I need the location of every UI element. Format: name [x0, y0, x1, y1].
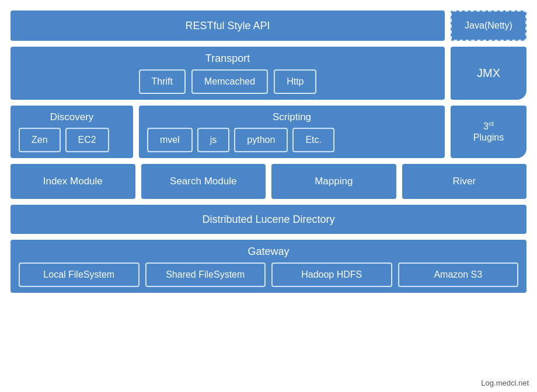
- zen-box: Zen: [19, 128, 61, 152]
- thrift-box: Thrift: [139, 69, 186, 94]
- lucene-label: Distributed Lucene Directory: [202, 214, 334, 226]
- shared-fs-box: Shared FileSystem: [145, 262, 266, 287]
- scripting-label: Scripting: [147, 111, 437, 123]
- local-fs-box: Local FileSystem: [19, 262, 140, 287]
- discovery-box: Discovery Zen EC2: [11, 106, 133, 158]
- transport-items: Thrift Memcached Http: [19, 69, 437, 94]
- plugins-label: 3rdPlugins: [473, 121, 504, 142]
- ec2-box: EC2: [65, 128, 109, 152]
- jmx-box: JMX: [451, 47, 526, 100]
- http-box: Http: [274, 69, 316, 94]
- search-module-label: Search Module: [170, 176, 236, 187]
- scripting-items: mvel js python Etc.: [147, 128, 437, 152]
- transport-box: Transport Thrift Memcached Http: [11, 47, 445, 100]
- transport-row: Transport Thrift Memcached Http JMX: [11, 47, 526, 100]
- restful-api-label: RESTful Style API: [185, 20, 270, 32]
- search-module-box: Search Module: [141, 164, 266, 199]
- mapping-box: Mapping: [271, 164, 396, 199]
- java-netty-label: Java(Netty): [465, 20, 512, 31]
- modules-row: Index Module Search Module Mapping River: [11, 164, 526, 199]
- gateway-box: Gateway Local FileSystem Shared FileSyst…: [11, 240, 526, 293]
- mvel-box: mvel: [147, 128, 193, 152]
- etc-box: Etc.: [292, 128, 334, 152]
- river-box: River: [402, 164, 527, 199]
- java-netty-box: Java(Netty): [451, 10, 526, 41]
- index-module-box: Index Module: [11, 164, 135, 199]
- python-box: python: [234, 128, 288, 152]
- hadoop-hdfs-box: Hadoop HDFS: [271, 262, 392, 287]
- restful-api-box: RESTful Style API: [11, 10, 445, 41]
- river-label: River: [452, 176, 476, 187]
- memcached-box: Memcached: [191, 69, 268, 94]
- index-module-label: Index Module: [43, 176, 103, 187]
- discovery-items: Zen EC2: [19, 128, 125, 152]
- plugins-box: 3rdPlugins: [451, 106, 526, 158]
- js-box: js: [197, 128, 230, 152]
- restful-row: RESTful Style API Java(Netty): [11, 10, 526, 41]
- scripting-box: Scripting mvel js python Etc.: [139, 106, 445, 158]
- transport-label: Transport: [19, 52, 437, 65]
- disc-script-row: Discovery Zen EC2 Scripting mvel js: [11, 106, 526, 158]
- lucene-row: Distributed Lucene Directory: [11, 205, 526, 234]
- gateway-items: Local FileSystem Shared FileSystem Hadoo…: [19, 262, 518, 287]
- jmx-label: JMX: [477, 66, 500, 80]
- watermark: Log.medcl.net: [481, 379, 529, 387]
- discovery-label: Discovery: [19, 111, 125, 123]
- gateway-label: Gateway: [19, 246, 518, 258]
- amazon-s3-box: Amazon S3: [398, 262, 519, 287]
- mapping-label: Mapping: [315, 176, 353, 187]
